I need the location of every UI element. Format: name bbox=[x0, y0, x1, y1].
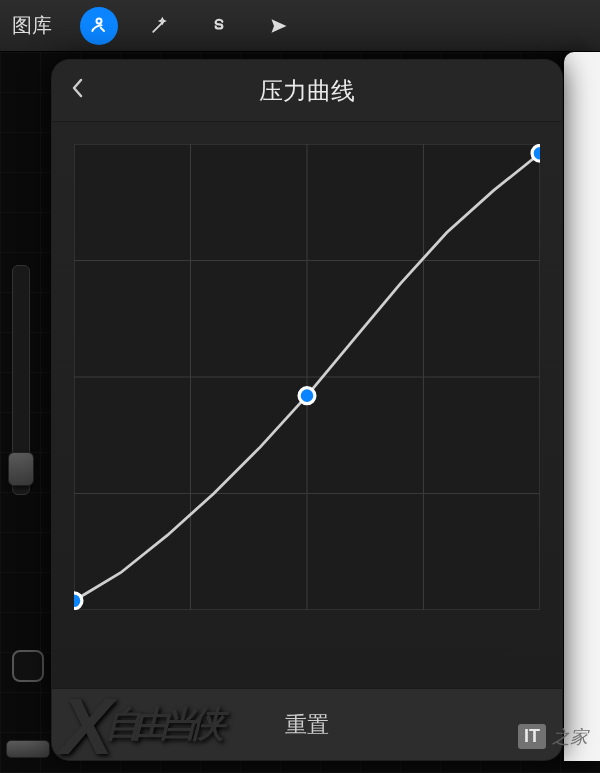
reset-label: 重置 bbox=[285, 710, 329, 740]
send-icon[interactable] bbox=[260, 7, 298, 45]
pressure-curve-panel: 压力曲线 重置 bbox=[52, 60, 562, 760]
panel-header: 压力曲线 bbox=[52, 60, 562, 122]
magic-wand-icon[interactable] bbox=[140, 7, 178, 45]
panel-title: 压力曲线 bbox=[259, 75, 355, 107]
reset-button[interactable]: 重置 bbox=[52, 688, 562, 760]
top-toolbar: 图库 bbox=[0, 0, 600, 52]
curve-control-point[interactable] bbox=[299, 388, 315, 404]
canvas-page-edge bbox=[564, 52, 600, 761]
watermark-box: IT bbox=[518, 724, 546, 749]
chevron-left-icon bbox=[70, 77, 86, 99]
brush-size-slider-thumb[interactable] bbox=[8, 452, 34, 486]
watermark: IT 之家 bbox=[518, 724, 588, 749]
opacity-slider-thumb[interactable] bbox=[6, 740, 50, 758]
curve-control-point[interactable] bbox=[532, 145, 540, 161]
sidebar-toggle-button[interactable] bbox=[12, 650, 44, 682]
s-icon[interactable] bbox=[200, 7, 238, 45]
curve-control-point[interactable] bbox=[74, 593, 82, 609]
pressure-curve-chart[interactable] bbox=[74, 144, 540, 610]
settings-icon[interactable] bbox=[80, 7, 118, 45]
curve-editor[interactable] bbox=[52, 122, 562, 688]
gallery-button[interactable]: 图库 bbox=[12, 12, 52, 39]
watermark-text: 之家 bbox=[552, 725, 588, 749]
back-button[interactable] bbox=[70, 77, 86, 105]
